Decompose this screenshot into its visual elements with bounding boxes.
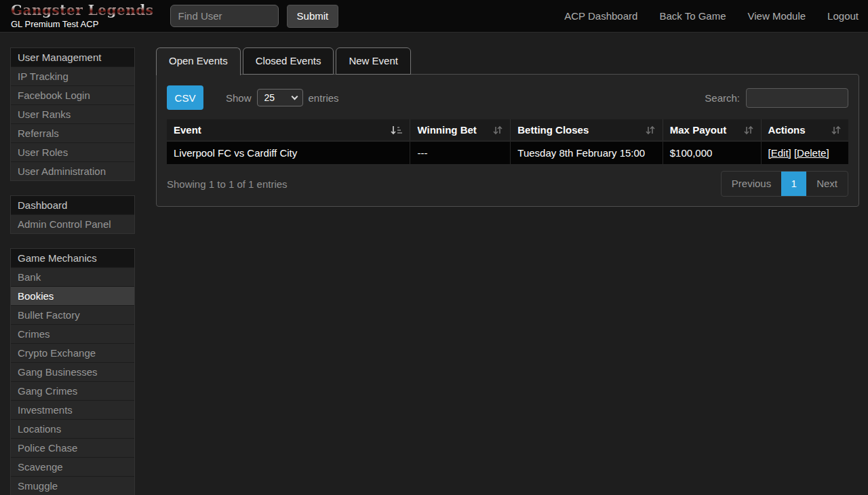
column-header-actions[interactable]: Actions bbox=[761, 119, 848, 141]
sort-both-icon bbox=[743, 125, 754, 135]
nav-acp-dashboard[interactable]: ACP Dashboard bbox=[564, 10, 637, 22]
pagination: Previous 1 Next bbox=[721, 171, 848, 197]
sidebar-item-locations[interactable]: Locations bbox=[11, 419, 134, 438]
sidebar-item-ip-tracking[interactable]: IP Tracking bbox=[11, 66, 134, 85]
events-panel: CSV Show 25 entries Search: Event bbox=[156, 74, 859, 207]
sidebar-item-bank[interactable]: Bank bbox=[11, 267, 134, 286]
sidebar-item-gang-crimes[interactable]: Gang Crimes bbox=[11, 381, 134, 400]
sidebar: User Management IP Tracking Facebook Log… bbox=[10, 47, 135, 495]
column-header-event[interactable]: Event bbox=[167, 119, 410, 141]
table-header-row: Event Winning Bet bbox=[167, 119, 848, 141]
page-length-select[interactable]: 25 bbox=[257, 89, 303, 106]
tab-bar: Open Events Closed Events New Event bbox=[156, 47, 859, 75]
table-toolbar: CSV Show 25 entries Search: bbox=[167, 85, 848, 110]
sidebar-item-referrals[interactable]: Referrals bbox=[11, 123, 134, 142]
submit-button[interactable]: Submit bbox=[287, 5, 339, 28]
nav-view-module[interactable]: View Module bbox=[748, 10, 806, 22]
cell-winning-bet: --- bbox=[410, 141, 511, 165]
nav-logout[interactable]: Logout bbox=[827, 10, 859, 22]
tab-open-events[interactable]: Open Events bbox=[156, 47, 241, 75]
sidebar-item-bookies[interactable]: Bookies bbox=[11, 286, 134, 305]
cell-actions: [Edit] [Delete] bbox=[761, 141, 848, 165]
sort-both-icon bbox=[492, 125, 503, 135]
sidebar-item-bullet-factory[interactable]: Bullet Factory bbox=[11, 305, 134, 324]
sort-both-icon bbox=[645, 125, 656, 135]
sidebar-header-user-management: User Management bbox=[11, 48, 134, 66]
sidebar-section-game-mechanics: Game Mechanics Bank Bookies Bullet Facto… bbox=[10, 248, 135, 495]
pagination-previous-button[interactable]: Previous bbox=[722, 172, 781, 196]
search-label: Search: bbox=[705, 92, 740, 104]
sort-descending-icon bbox=[391, 125, 403, 135]
brand-subtitle: GL Premium Test ACP bbox=[11, 19, 154, 30]
tab-closed-events[interactable]: Closed Events bbox=[243, 47, 334, 75]
search-input[interactable] bbox=[746, 88, 848, 108]
sidebar-item-crimes[interactable]: Crimes bbox=[11, 324, 134, 343]
column-header-winning-bet[interactable]: Winning Bet bbox=[410, 119, 511, 141]
column-header-betting-closes[interactable]: Betting Closes bbox=[511, 119, 663, 141]
column-header-max-payout[interactable]: Max Payout bbox=[663, 119, 761, 141]
sort-both-icon bbox=[831, 125, 842, 135]
table-footer: Showing 1 to 1 of 1 entries Previous 1 N… bbox=[167, 171, 848, 197]
delete-link[interactable]: [Delete] bbox=[794, 147, 829, 159]
csv-export-button[interactable]: CSV bbox=[167, 85, 203, 110]
edit-link[interactable]: [Edit] bbox=[768, 147, 791, 159]
search-group: Search: bbox=[705, 88, 848, 108]
sidebar-item-user-roles[interactable]: User Roles bbox=[11, 142, 134, 161]
brand: Gangster Legends GL Premium Test ACP bbox=[11, 3, 154, 30]
entries-label: entries bbox=[309, 92, 339, 104]
showing-entries-text: Showing 1 to 1 of 1 entries bbox=[167, 178, 288, 190]
sidebar-item-crypto-exchange[interactable]: Crypto Exchange bbox=[11, 343, 134, 362]
nav-back-to-game[interactable]: Back To Game bbox=[659, 10, 726, 22]
main-content: Open Events Closed Events New Event CSV … bbox=[156, 47, 859, 207]
events-table: Event Winning Bet bbox=[167, 119, 848, 165]
cell-event: Liverpool FC vs Cardiff City bbox=[167, 141, 410, 165]
pagination-page-1-button[interactable]: 1 bbox=[781, 172, 806, 196]
cell-betting-closes: Tuesday 8th February 15:00 bbox=[511, 141, 663, 165]
sidebar-header-game-mechanics: Game Mechanics bbox=[11, 249, 134, 267]
page-length-select-wrap: 25 bbox=[257, 89, 303, 106]
tab-new-event[interactable]: New Event bbox=[336, 47, 411, 75]
cell-max-payout: $100,000 bbox=[663, 141, 761, 165]
sidebar-item-investments[interactable]: Investments bbox=[11, 400, 134, 419]
sidebar-item-police-chase[interactable]: Police Chase bbox=[11, 438, 134, 457]
show-label: Show bbox=[226, 92, 252, 104]
sidebar-section-dashboard: Dashboard Admin Control Panel bbox=[10, 195, 135, 234]
top-nav: ACP Dashboard Back To Game View Module L… bbox=[564, 10, 859, 22]
find-user-input[interactable] bbox=[170, 5, 279, 27]
sidebar-section-user-management: User Management IP Tracking Facebook Log… bbox=[10, 47, 135, 181]
sidebar-item-scavenge[interactable]: Scavenge bbox=[11, 457, 134, 476]
sidebar-header-dashboard: Dashboard bbox=[11, 196, 134, 214]
sidebar-item-facebook-login[interactable]: Facebook Login bbox=[11, 85, 134, 104]
sidebar-item-user-ranks[interactable]: User Ranks bbox=[11, 104, 134, 123]
logo: Gangster Legends bbox=[11, 3, 154, 18]
sidebar-item-admin-control-panel[interactable]: Admin Control Panel bbox=[11, 214, 134, 233]
pagination-next-button[interactable]: Next bbox=[806, 172, 848, 196]
sidebar-item-smuggle[interactable]: Smuggle bbox=[11, 476, 134, 495]
table-row: Liverpool FC vs Cardiff City --- Tuesday… bbox=[167, 141, 848, 165]
sidebar-item-user-administration[interactable]: User Administration bbox=[11, 161, 134, 180]
top-bar: Gangster Legends GL Premium Test ACP Sub… bbox=[0, 0, 868, 33]
sidebar-item-gang-businesses[interactable]: Gang Businesses bbox=[11, 362, 134, 381]
